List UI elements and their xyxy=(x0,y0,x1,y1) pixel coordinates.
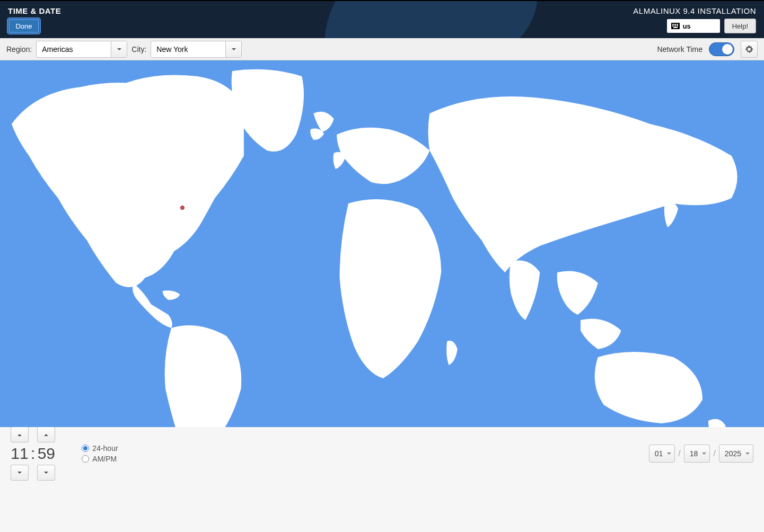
minutes-value: 59 xyxy=(38,445,55,463)
city-value: New York xyxy=(151,45,225,54)
day-value: 18 xyxy=(690,449,698,458)
timezone-toolbar: Region: Americas City: New York Network … xyxy=(0,38,764,60)
year-value: 2025 xyxy=(725,449,741,458)
bottom-bar: 11 : 59 24-hour AM/PM 01 / 18 / 2025 xyxy=(0,427,764,480)
month-value: 01 xyxy=(655,449,663,458)
region-value: Americas xyxy=(37,45,111,54)
year-dropdown[interactable]: 2025 xyxy=(719,445,753,463)
date-separator: / xyxy=(713,449,715,458)
radio-24-label: 24-hour xyxy=(92,444,118,453)
hours-down-button[interactable] xyxy=(11,465,29,481)
chevron-down-icon[interactable] xyxy=(111,41,127,57)
map-marker xyxy=(180,206,185,210)
keyboard-icon xyxy=(671,23,680,29)
city-dropdown[interactable]: New York xyxy=(151,41,242,58)
chevron-down-icon[interactable] xyxy=(225,41,241,57)
help-button[interactable]: Help! xyxy=(724,19,756,33)
minutes-down-button[interactable] xyxy=(37,465,55,481)
minutes-up-button[interactable] xyxy=(37,427,55,442)
header-left: TIME & DATE Done xyxy=(8,6,61,33)
gear-icon xyxy=(745,45,753,54)
timezone-map[interactable] xyxy=(0,60,764,427)
network-time-toggle[interactable] xyxy=(709,42,734,56)
radio-ampm-label: AM/PM xyxy=(92,455,117,463)
radio-24-hour[interactable]: 24-hour xyxy=(82,444,118,453)
date-group: 01 / 18 / 2025 xyxy=(649,445,753,463)
done-button[interactable]: Done xyxy=(8,19,40,33)
header-controls: us Help! xyxy=(667,19,756,33)
network-time-label: Network Time xyxy=(657,45,702,54)
radio-icon xyxy=(82,455,89,463)
world-map-svg xyxy=(0,60,764,427)
time-colon: : xyxy=(31,445,35,463)
radio-icon xyxy=(82,445,89,452)
hours-value: 11 xyxy=(11,445,28,463)
city-label: City: xyxy=(131,45,146,54)
header-bar: TIME & DATE Done ALMALINUX 9.4 INSTALLAT… xyxy=(0,0,764,38)
ntp-settings-button[interactable] xyxy=(741,41,758,58)
region-label: Region: xyxy=(6,45,32,54)
install-title: ALMALINUX 9.4 INSTALLATION xyxy=(633,6,756,15)
time-spinner-group: 11 : 59 xyxy=(11,427,55,481)
toggle-knob xyxy=(722,44,733,55)
radio-am-pm[interactable]: AM/PM xyxy=(82,455,118,463)
keyboard-layout-indicator[interactable]: us xyxy=(667,19,720,33)
region-dropdown[interactable]: Americas xyxy=(36,41,127,58)
day-dropdown[interactable]: 18 xyxy=(684,445,710,463)
page-title: TIME & DATE xyxy=(8,6,61,15)
time-format-group: 24-hour AM/PM xyxy=(82,444,118,463)
keyboard-layout-label: us xyxy=(683,22,691,30)
month-dropdown[interactable]: 01 xyxy=(649,445,675,463)
hours-up-button[interactable] xyxy=(11,427,29,442)
header-right: ALMALINUX 9.4 INSTALLATION us Help! xyxy=(633,6,756,33)
hours-column: 11 xyxy=(11,427,29,481)
time-colon-col: : xyxy=(32,429,34,478)
date-separator: / xyxy=(678,449,680,458)
minutes-column: 59 xyxy=(37,427,55,481)
